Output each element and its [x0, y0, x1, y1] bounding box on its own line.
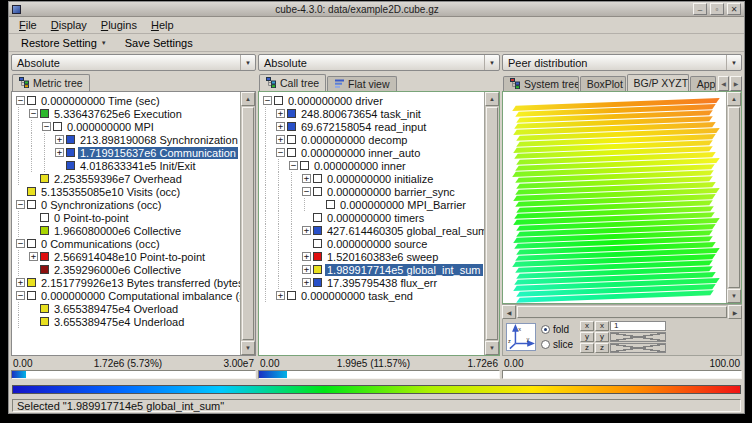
save-settings-button[interactable]: Save Settings: [118, 35, 200, 51]
fold-radio[interactable]: fold: [541, 324, 573, 335]
tree-node-label[interactable]: 1.719915637e6 Communication: [78, 147, 238, 159]
minimize-button[interactable]: ‒: [693, 3, 707, 15]
tree-node[interactable]: +0.000000000 decomp: [261, 133, 484, 146]
tree-node[interactable]: +69.672158054 read_input: [261, 120, 484, 133]
tree-node-label[interactable]: 2.253559396e7 Overhead: [52, 173, 184, 185]
maximize-button[interactable]: ▫: [710, 3, 724, 15]
tree-node[interactable]: −0.000000000 Time (sec): [14, 94, 240, 107]
dim-x-axis-button[interactable]: x: [595, 321, 609, 331]
metric-mode-combo[interactable]: Absolute ▼: [11, 54, 256, 71]
tree-node-label[interactable]: 0.000000000 Time (sec): [39, 95, 162, 107]
tree-node-label[interactable]: 0.000000000 barrier_sync: [325, 186, 457, 198]
tree-node[interactable]: 5.135355085e10 Visits (occ): [14, 185, 240, 198]
tree-node[interactable]: 3.655389475e4 Overload: [14, 302, 240, 315]
tree-node[interactable]: −0.000000000 inner: [261, 159, 484, 172]
tab-bgp-xyzt[interactable]: BG/P XYZT: [627, 74, 689, 91]
tree-node-label[interactable]: 2.359296000e6 Collective: [52, 264, 183, 276]
tree-node-label[interactable]: 3.655389475e4 Overload: [52, 303, 180, 315]
menu-display[interactable]: Display: [44, 18, 94, 32]
topology-plot[interactable]: [503, 88, 726, 308]
tree-node[interactable]: +0.000000000 initialize: [261, 172, 484, 185]
tree-node[interactable]: −5.336437625e6 Execution: [14, 107, 240, 120]
tree-node[interactable]: 0.000000000 source: [261, 237, 484, 250]
tree-node-label[interactable]: 248.800673654 task_init: [299, 108, 423, 120]
tree-node[interactable]: +1.719915637e6 Communication: [14, 146, 240, 159]
system-mode-combo[interactable]: Peer distribution ▼: [502, 54, 742, 71]
expand-icon[interactable]: +: [16, 278, 25, 287]
tab-metric-tree[interactable]: Metric tree: [12, 74, 90, 91]
tree-node[interactable]: −0 Synchronizations (occ): [14, 198, 240, 211]
scroll-up-icon[interactable]: ▲: [727, 92, 741, 106]
tree-node-label[interactable]: 4.018633341e5 Init/Exit: [78, 160, 198, 172]
tree-node[interactable]: −0.000000000 Computational imbalance (se…: [14, 289, 240, 302]
tree-node[interactable]: +427.614460305 global_real_sum: [261, 224, 484, 237]
scroll-down-icon[interactable]: ▼: [485, 341, 499, 355]
tree-node-label[interactable]: 427.614460305 global_real_sum: [325, 225, 484, 237]
menu-help[interactable]: Help: [144, 18, 181, 32]
scroll-up-icon[interactable]: ▲: [241, 92, 255, 106]
tree-node-label[interactable]: 0.000000000 task_end: [299, 290, 415, 302]
scroll-thumb[interactable]: [486, 107, 498, 340]
tree-node-label[interactable]: 1.989917714e5 global_int_sum: [325, 264, 483, 276]
axes-icon[interactable]: x y z: [506, 323, 536, 351]
tree-node-label[interactable]: 0 Communications (occ): [39, 238, 162, 250]
tree-node[interactable]: +0.000000000 task_end: [261, 289, 484, 302]
dim-y-button[interactable]: y: [580, 332, 594, 342]
tree-node-label[interactable]: 2.151779926e13 Bytes transferred (bytes): [39, 277, 240, 289]
tree-node[interactable]: +1.520160383e6 sweep: [261, 250, 484, 263]
call-mode-combo[interactable]: Absolute ▼: [258, 54, 500, 71]
menu-plugins[interactable]: Plugins: [94, 18, 144, 32]
tree-node-label[interactable]: 0.000000000 inner: [312, 160, 408, 172]
tree-node[interactable]: −0.000000000 barrier_sync: [261, 185, 484, 198]
tree-node[interactable]: 0.000000000 timers: [261, 211, 484, 224]
tree-node[interactable]: 0.000000000 MPI_Barrier: [261, 198, 484, 211]
scroll-up-icon[interactable]: ▲: [485, 92, 499, 106]
tree-node-label[interactable]: 0 Synchronizations (occ): [39, 199, 163, 211]
scroll-thumb[interactable]: [728, 107, 740, 288]
tree-node-label[interactable]: 0.000000000 source: [325, 238, 429, 250]
tree-node[interactable]: −0.000000000 MPI: [14, 120, 240, 133]
collapse-icon[interactable]: −: [16, 200, 25, 209]
tab-call-tree[interactable]: Call tree: [259, 74, 326, 91]
tab-scroll-right-icon[interactable]: ▶: [730, 76, 742, 91]
tree-node-label[interactable]: 0.000000000 decomp: [299, 134, 409, 146]
slice-radio[interactable]: slice: [541, 339, 573, 350]
tree-node-label[interactable]: 2.566914048e10 Point-to-point: [52, 251, 207, 263]
tree-node-label[interactable]: 0 Point-to-point: [52, 212, 131, 224]
tree-node-label[interactable]: 5.135355085e10 Visits (occ): [39, 186, 182, 198]
tree-node[interactable]: +2.151779926e13 Bytes transferred (bytes…: [14, 276, 240, 289]
tree-node[interactable]: +17.395795438 flux_err: [261, 276, 484, 289]
tree-node[interactable]: +213.898190068 Synchronization: [14, 133, 240, 146]
scroll-down-icon[interactable]: ▼: [727, 289, 741, 303]
dim-y-axis-button[interactable]: y: [595, 332, 609, 342]
dim-x-value[interactable]: 1: [610, 321, 666, 331]
scroll-thumb[interactable]: [517, 306, 727, 318]
tree-node[interactable]: 4.018633341e5 Init/Exit: [14, 159, 240, 172]
tree-node-label[interactable]: 1.520160383e6 sweep: [325, 251, 440, 263]
tree-node[interactable]: 3.655389475e4 Underload: [14, 315, 240, 328]
tree-node-label[interactable]: 0.000000000 initialize: [325, 173, 435, 185]
tree-node[interactable]: −0.000000000 inner_auto: [261, 146, 484, 159]
tree-node-label[interactable]: 69.672158054 read_input: [299, 121, 428, 133]
tree-node[interactable]: 1.966080000e6 Collective: [14, 224, 240, 237]
tab-flat-view[interactable]: Flat view: [327, 76, 396, 91]
collapse-icon[interactable]: −: [263, 96, 272, 105]
tab-system-tree[interactable]: System tree: [503, 76, 579, 91]
tree-node-label[interactable]: 3.655389475e4 Underload: [52, 316, 186, 328]
dim-z-button[interactable]: z: [580, 343, 594, 353]
tree-node[interactable]: 0 Point-to-point: [14, 211, 240, 224]
scroll-down-icon[interactable]: ▼: [241, 341, 255, 355]
tree-node-label[interactable]: 0.000000000 driver: [286, 95, 385, 107]
tree-node[interactable]: 2.253559396e7 Overhead: [14, 172, 240, 185]
collapse-icon[interactable]: −: [16, 239, 25, 248]
tree-node[interactable]: −0.000000000 driver: [261, 94, 484, 107]
tree-node-label[interactable]: 0.000000000 Computational imbalance (sec…: [39, 290, 240, 302]
tab-boxplot[interactable]: BoxPlot: [580, 76, 626, 91]
tree-node[interactable]: +1.989917714e5 global_int_sum: [261, 263, 484, 276]
tree-node-label[interactable]: 0.000000000 inner_auto: [299, 147, 422, 159]
close-button[interactable]: ✕: [727, 3, 741, 15]
scroll-right-icon[interactable]: ▶: [728, 305, 742, 319]
scroll-thumb[interactable]: [242, 107, 254, 340]
collapse-icon[interactable]: −: [16, 96, 25, 105]
tree-node[interactable]: +248.800673654 task_init: [261, 107, 484, 120]
